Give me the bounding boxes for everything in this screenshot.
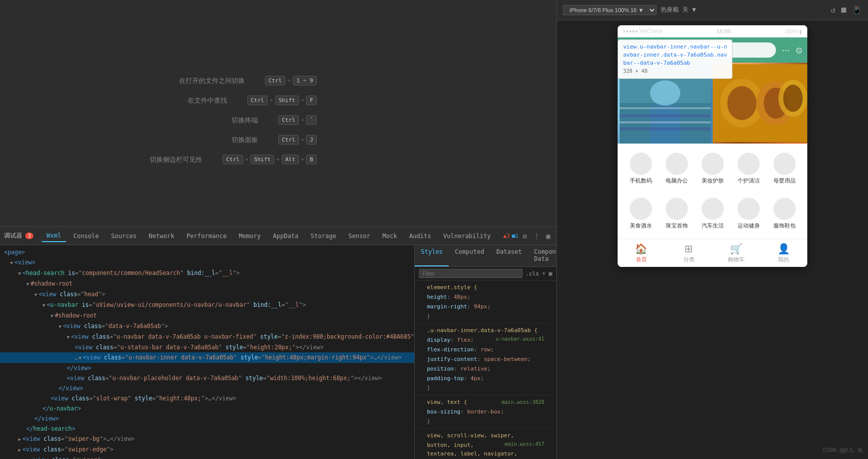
shortcut-label-5: 切换侧边栏可见性 (142, 155, 202, 164)
tab-appdata[interactable]: AppData (268, 231, 304, 242)
dom-line-viewhead[interactable]: ▼<view class="head"> (0, 289, 414, 300)
cat-icon-care (737, 153, 760, 175)
cat-label-baby: 母婴用品 (773, 177, 796, 185)
dom-line-closetag2[interactable]: </view> (0, 383, 414, 393)
cat-item-computer[interactable]: 电脑办公 (659, 149, 695, 189)
record-icon[interactable]: ⏹ (840, 5, 848, 15)
tab-network[interactable]: Network (144, 231, 180, 242)
settings-icon[interactable]: ⚙ (520, 231, 529, 241)
shortcut-keys-3: Ctrl + ` (278, 115, 317, 125)
dom-pane[interactable]: <page> ▼<view> ▼<head-search is="compone… (0, 245, 415, 459)
dom-line-datav[interactable]: ▼<view class="data-v-7a6a05ab"> (0, 321, 414, 332)
devtools-toolbar: 调试器 3 Wxml Console Sources Network Perfo… (0, 227, 556, 245)
cat-item-fashion[interactable]: 服饰鞋包 (766, 194, 802, 234)
dom-line-closeviewhead[interactable]: </view> (0, 414, 414, 424)
cat-icon-phones (630, 153, 652, 175)
dom-line-shadowroot2[interactable]: ▼#shadow-root (0, 310, 414, 321)
mine-label: 我的 (778, 256, 789, 263)
dom-line-swiperbg[interactable]: ▶<view class="swiper-bg">…</view> (0, 434, 414, 444)
cat-icon-computer (666, 153, 688, 175)
tab-storage[interactable]: Storage (306, 231, 341, 242)
category-grid-row1: 手机数码 电脑办公 美妆护肤 个护清洁 (618, 144, 807, 194)
bottom-nav-cart[interactable]: 🛒 购物车 (713, 239, 760, 267)
tab-sensor[interactable]: Sensor (343, 231, 375, 242)
shortcut-row-1: 在打开的文件之间切换 Ctrl + 1 ~ 9 (179, 76, 317, 85)
tab-vulnerability[interactable]: Vulnerability (438, 231, 496, 242)
dom-line-placeholder[interactable]: <view class="u-navbar-placeholder data-v… (0, 373, 414, 383)
more-icon[interactable]: ⋮ (531, 231, 542, 241)
cat-item-food[interactable]: 美食酒水 (623, 194, 659, 234)
bottom-nav-category[interactable]: ⊞ 分类 (665, 239, 713, 267)
devtools-title: 调试器 3 (4, 232, 33, 240)
cat-item-beauty[interactable]: 美妆护肤 (695, 149, 730, 189)
cat-item-baby[interactable]: 母婴用品 (766, 149, 802, 189)
category-icon: ⊞ (684, 243, 693, 255)
css-block-navbar-inner: .u-navbar-inner.data-v-7a6a05ab { u-navb… (415, 324, 556, 395)
watermark: CSDN @妙儿 兔 (823, 446, 863, 454)
tab-mock[interactable]: Mock (377, 231, 402, 242)
tab-computed[interactable]: Computed (449, 245, 490, 266)
dom-line-closeheadsearch[interactable]: </head-search> (0, 424, 414, 434)
svg-rect-3 (650, 106, 680, 144)
home-icon: 🏠 (635, 243, 647, 255)
tab-dataset[interactable]: Dataset (490, 245, 528, 266)
error-count: ▲3 (503, 233, 510, 239)
dom-line-view1[interactable]: ▼<view> (0, 257, 414, 268)
cat-item-care[interactable]: 个护清洁 (730, 149, 766, 189)
tab-wxml[interactable]: Wxml (41, 230, 66, 242)
time-label: 18:05 (717, 28, 731, 34)
filter-input[interactable] (419, 269, 523, 278)
cat-item-jewelry[interactable]: 珠宝首饰 (659, 194, 695, 234)
devtools-content: <page> ▼<view> ▼<head-search is="compone… (0, 245, 556, 459)
tab-console[interactable]: Console (68, 231, 104, 242)
shortcut-keys-4: Ctrl + J (278, 135, 317, 145)
dom-line-statusbar[interactable]: <view class="u-status-bar data-v-7a6a05a… (0, 342, 414, 352)
dom-line-navbar-fixed[interactable]: ▼<view class="u-navbar data-v-7a6a05ab u… (0, 332, 414, 342)
tab-performance[interactable]: Performance (182, 231, 232, 242)
hotspot-label: 热座截 关 ▼ (661, 6, 696, 14)
cat-icon-jewelry (666, 198, 688, 220)
cat-label-care: 个护清洁 (737, 177, 760, 185)
add-style-icon[interactable]: + (542, 270, 546, 277)
cat-item-auto[interactable]: 汽车生活 (695, 194, 730, 234)
dom-line-unavbar[interactable]: ▼<u-navbar is="uView/uview-ui/components… (0, 300, 414, 310)
dom-line-closetag1[interactable]: </view> (0, 363, 414, 373)
tab-memory[interactable]: Memory (234, 231, 266, 242)
refresh-icon[interactable]: ↺ (831, 5, 836, 15)
cat-item-sports[interactable]: 运动健身 (730, 194, 766, 234)
svg-point-2 (650, 80, 680, 106)
cls-button[interactable]: .cls (526, 270, 539, 277)
phone-status-bar: ●●●●● WeChat令 18:05 100% ▮ (618, 25, 807, 37)
dom-line-page[interactable]: <page> (0, 247, 414, 257)
shortcut-keys-5: Ctrl + Shift + Alt + B (223, 155, 317, 164)
dom-line-slotwrap[interactable]: <view class="slot-wrap" style="height:48… (0, 393, 414, 403)
cat-item-phones[interactable]: 手机数码 (623, 149, 659, 189)
cat-label-food: 美食酒水 (630, 222, 652, 230)
more-button[interactable]: ··· (780, 43, 792, 58)
device-select[interactable]: iPhone 6/7/8 Plus 100% 16 ▼ (563, 5, 657, 15)
dom-line-headsearch[interactable]: ▼<head-search is="components/common/Head… (0, 268, 414, 279)
toggle-style-icon[interactable]: ▣ (549, 270, 552, 277)
tab-audits[interactable]: Audits (404, 231, 436, 242)
dock-icon[interactable]: ▣ (544, 231, 552, 241)
dom-line-shadowroot1[interactable]: ▼#shadow-root (0, 279, 414, 289)
dom-line-navbarinner[interactable]: …▼<view class="u-navbar-inner data-v-7a6… (0, 352, 414, 363)
camera-button[interactable]: ⊙ (796, 45, 802, 55)
styles-pane: Styles Computed Dataset Component Data »… (415, 245, 556, 459)
bottom-nav-home[interactable]: 🏠 首页 (618, 239, 665, 267)
dom-line-swiperedge[interactable]: ▶<view class="swiper-edge"> (0, 444, 414, 455)
dom-line-closeunavbar[interactable]: </u-navbar> (0, 403, 414, 414)
styles-tabs: Styles Computed Dataset Component Data » (415, 245, 556, 267)
phone-icon[interactable]: 📱 (852, 5, 862, 15)
shortcut-label-4: 切换面板 (197, 135, 258, 145)
shortcut-keys-1: Ctrl + 1 ~ 9 (265, 76, 317, 85)
bottom-nav-mine[interactable]: 👤 我的 (760, 239, 807, 267)
tab-component-data[interactable]: Component Data (528, 245, 556, 266)
shortcut-keys-2: Ctrl + Shift + F (247, 96, 317, 105)
dom-line-swiper[interactable]: ▶<view class="swiper"> (0, 455, 414, 459)
shortcut-row-4: 切换面板 Ctrl + J (197, 135, 317, 145)
tab-styles[interactable]: Styles (415, 245, 449, 266)
toolbar-icons: ▲3 ■1 ⚙ ⋮ ▣ (503, 231, 552, 241)
tab-sources[interactable]: Sources (106, 231, 142, 242)
cat-label-auto: 汽车生活 (702, 222, 724, 230)
